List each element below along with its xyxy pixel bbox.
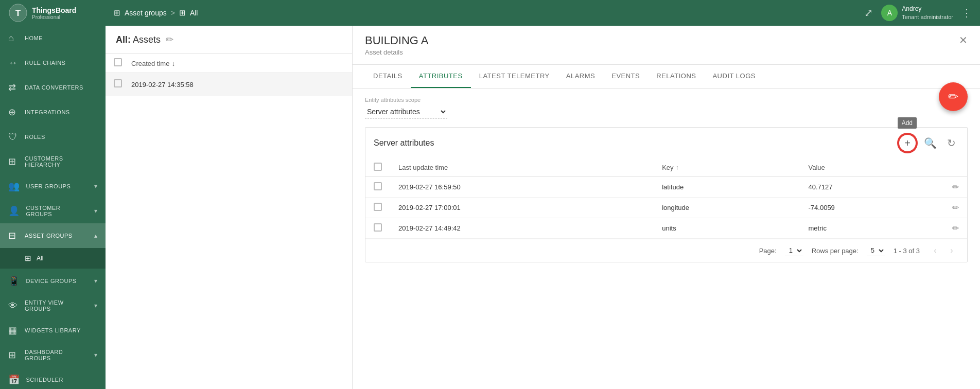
user-menu[interactable]: A Andrey Tenant administrator [881, 5, 953, 21]
attributes-actions: Add + 🔍 ↻ [898, 134, 959, 152]
tab-alarms[interactable]: ALARMS [558, 65, 603, 88]
add-attribute-button[interactable]: + [898, 134, 917, 152]
row1-time: 2019-02-27 17:00:01 [390, 198, 654, 218]
detail-close-button[interactable]: ✕ [959, 34, 968, 46]
sidebar-item-entity-view-groups[interactable]: 👁 ENTITY VIEW GROUPS ▾ [0, 293, 106, 318]
sidebar-item-data-converters[interactable]: ⇄ DATA CONVERTERS [0, 75, 106, 100]
attributes-table: Last update time Key ↑ Value [365, 158, 967, 239]
next-page-button[interactable]: › [944, 243, 959, 258]
row1-key: longitude [654, 198, 800, 218]
page-select[interactable]: 1 [785, 245, 803, 256]
bc-separator: > [171, 9, 175, 17]
customer-groups-icon: 👤 [8, 205, 20, 217]
sidebar-item-asset-groups[interactable]: ⊟ ASSET GROUPS ▴ [0, 223, 106, 248]
table-row[interactable]: 2019-02-27 14:35:58 [106, 73, 352, 96]
sidebar-item-rule-chains[interactable]: ↔ RULE CHAINS [0, 50, 106, 75]
dashboard-groups-icon: ⊞ [8, 349, 19, 361]
scope-label: Entity attributes scope [365, 97, 968, 103]
all-subitem-label: All [37, 255, 43, 262]
sidebar-subitem-all[interactable]: ⊞ All [0, 248, 106, 269]
row0-value: 40.7127 [800, 177, 944, 198]
asset-groups-icon: ⊟ [8, 230, 19, 241]
sidebar-item-widgets-library[interactable]: ▦ WIDGETS LIBRARY [0, 318, 106, 343]
refresh-button[interactable]: ↻ [944, 134, 959, 152]
user-groups-chevron: ▾ [94, 183, 98, 190]
more-button[interactable]: ⋮ [961, 7, 972, 19]
detail-tabs: DETAILS ATTRIBUTES LATEST TELEMETRY ALAR… [353, 65, 980, 89]
bc-icon1: ⊞ [114, 8, 120, 17]
th-actions [944, 158, 967, 177]
search-button[interactable]: 🔍 [921, 134, 940, 152]
tab-events[interactable]: EVENTS [603, 65, 648, 88]
topbar-actions: ⤢ A Andrey Tenant administrator ⋮ [864, 5, 972, 21]
row2-time: 2019-02-27 14:49:42 [390, 218, 654, 239]
sidebar-item-home[interactable]: ⌂ HOME [0, 26, 106, 50]
tab-attributes[interactable]: ATTRIBUTES [411, 65, 471, 88]
user-groups-icon: 👥 [8, 181, 20, 192]
sidebar-item-customers-hierarchy[interactable]: ⊞ CUSTOMERS HIERARCHY [0, 149, 106, 174]
attributes-title: Server attributes [374, 138, 434, 148]
main-content: All: Assets ✏ Created time ↓ 2019-02-27 [106, 26, 980, 389]
tab-audit-logs[interactable]: AUDIT LOGS [704, 65, 764, 88]
sidebar-item-roles[interactable]: 🛡 ROLES [0, 125, 106, 149]
tab-latest-telemetry[interactable]: LATEST TELEMETRY [471, 65, 558, 88]
data-converters-icon: ⇄ [8, 82, 19, 93]
detail-header: BUILDING A Asset details ✕ [353, 26, 980, 65]
tab-details[interactable]: DETAILS [365, 65, 411, 88]
page-label: Page: [759, 247, 777, 255]
dashboard-groups-chevron: ▾ [94, 351, 98, 359]
row0-time: 2019-02-27 16:59:50 [390, 177, 654, 198]
th-checkbox [365, 158, 390, 177]
sort-icon: ↓ [171, 59, 175, 67]
logo-icon: T [8, 3, 28, 23]
prev-page-button[interactable]: ‹ [928, 243, 942, 258]
detail-subtitle: Asset details [365, 48, 428, 56]
row0-edit[interactable]: ✏ [944, 177, 967, 198]
attr-row-2: 2019-02-27 14:49:42 units metric ✏ [365, 218, 967, 239]
attr-row-0: 2019-02-27 16:59:50 latitude 40.7127 ✏ [365, 177, 967, 198]
scope-selector: Entity attributes scope Server attribute… [365, 97, 968, 119]
device-groups-icon: 📱 [8, 275, 20, 287]
scheduler-icon: 📅 [8, 374, 20, 385]
panel-edit-icon[interactable]: ✏ [166, 34, 173, 45]
add-tooltip: Add [898, 117, 917, 129]
sidebar-item-customer-groups[interactable]: 👤 CUSTOMER GROUPS ▾ [0, 199, 106, 223]
tab-relations[interactable]: RELATIONS [648, 65, 704, 88]
sidebar-item-user-groups[interactable]: 👥 USER GROUPS ▾ [0, 174, 106, 199]
roles-icon: 🛡 [8, 132, 19, 143]
all-subitem-icon: ⊞ [25, 254, 31, 263]
row2-checkbox[interactable] [365, 218, 390, 239]
row0-checkbox[interactable] [365, 177, 390, 198]
fab-icon: ✏ [948, 90, 958, 104]
panel-header: All: Assets ✏ [106, 26, 352, 54]
customers-hierarchy-icon: ⊞ [8, 156, 19, 167]
row2-value: metric [800, 218, 944, 239]
sidebar-item-integrations[interactable]: ⊕ INTEGRATIONS [0, 100, 106, 125]
detail-body: Entity attributes scope Server attribute… [353, 89, 980, 389]
row2-key: units [654, 218, 800, 239]
bc-item1[interactable]: Asset groups [125, 9, 167, 17]
rule-chains-icon: ↔ [8, 58, 19, 68]
sidebar-item-device-groups[interactable]: 📱 DEVICE GROUPS ▾ [0, 269, 106, 293]
integrations-icon: ⊕ [8, 107, 19, 118]
row2-edit[interactable]: ✏ [944, 218, 967, 239]
layout: ⌂ HOME ↔ RULE CHAINS ⇄ DATA CONVERTERS ⊕… [0, 26, 980, 389]
sidebar-item-dashboard-groups[interactable]: ⊞ DASHBOARD GROUPS ▾ [0, 343, 106, 367]
logo-text: ThingsBoard Professional [32, 6, 76, 20]
fab-edit-button[interactable]: ✏ [939, 82, 968, 111]
svg-text:T: T [15, 8, 21, 18]
th-key: Key ↑ [654, 158, 800, 177]
sidebar-item-scheduler[interactable]: 📅 SCHEDULER [0, 367, 106, 389]
panel-title: All: Assets [116, 34, 161, 45]
fullscreen-button[interactable]: ⤢ [864, 7, 873, 19]
attributes-section-header: Server attributes Add + 🔍 ↻ [365, 128, 967, 158]
column-created-time[interactable]: Created time ↓ [131, 59, 175, 67]
header-checkbox[interactable] [114, 58, 126, 68]
row-checkbox[interactable] [114, 79, 126, 90]
rows-per-page-select[interactable]: 5 [867, 245, 885, 256]
scope-select[interactable]: Server attributes [365, 105, 447, 119]
widgets-library-icon: ▦ [8, 325, 19, 336]
row1-edit[interactable]: ✏ [944, 198, 967, 218]
bc-item2[interactable]: All [190, 9, 198, 17]
row1-checkbox[interactable] [365, 198, 390, 218]
